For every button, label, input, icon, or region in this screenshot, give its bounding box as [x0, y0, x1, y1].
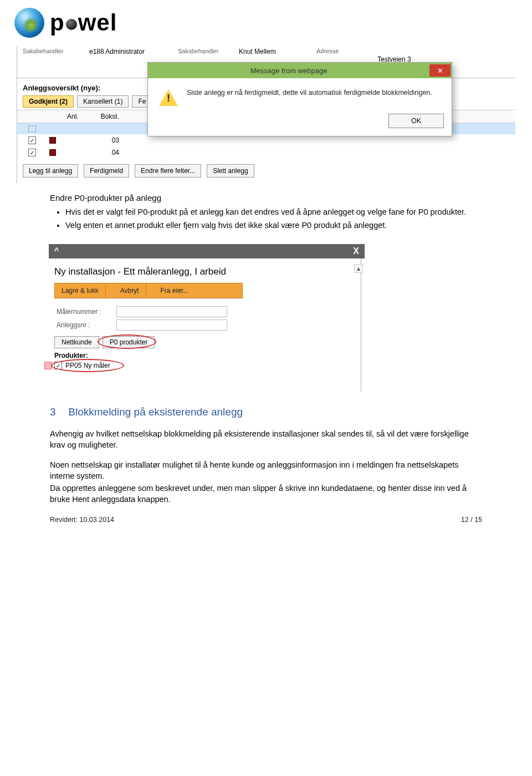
- tab-nettkunde[interactable]: Nettkunde: [54, 336, 99, 348]
- tab-godkjent[interactable]: Godkjent (2): [23, 95, 74, 108]
- tab-p0-produkter[interactable]: P0 produkter: [103, 336, 155, 348]
- paragraph: Da opprettes anleggene som beskrevet und…: [50, 483, 482, 505]
- modal-titlebar: ^ X: [49, 244, 365, 258]
- page-number: 12 / 15: [461, 516, 482, 524]
- cell-anl: 03: [69, 136, 119, 144]
- logo-text: pwel: [50, 9, 117, 36]
- doc-block-1: Endre P0-produkter på anlegg Hvis det er…: [0, 183, 532, 241]
- dialog-titlebar: Message from webpage ✕: [148, 63, 452, 78]
- form: Målernummer : Anleggsnr :: [57, 306, 353, 331]
- info-value: Knut Mellem: [239, 48, 276, 55]
- produkter-label: Produkter:: [54, 352, 355, 359]
- delete-anlegg-button[interactable]: Slett anlegg: [207, 164, 254, 177]
- logo-dot-icon: [66, 19, 77, 30]
- col-anl: Anl.: [67, 113, 79, 120]
- add-anlegg-button[interactable]: Legg til anlegg: [23, 164, 78, 177]
- paragraph: Noen nettselskap gir installatør mulighe…: [50, 459, 482, 481]
- button-bar: Legg til anlegg Ferdigmeld Endre flere f…: [17, 159, 515, 183]
- info-label: Adresse: [316, 48, 366, 54]
- cell-anl: 04: [69, 149, 119, 156]
- left-indicator-icon: [44, 362, 52, 369]
- warning-icon: !: [159, 89, 178, 106]
- caret-icon: ^: [54, 246, 59, 256]
- from-owner-button[interactable]: Fra eier...: [154, 283, 196, 298]
- section-heading: 3 Blokkmelding på eksisterende anlegg: [50, 406, 482, 418]
- info-value: e188 Administrator: [89, 48, 145, 55]
- close-icon[interactable]: ✕: [429, 64, 451, 77]
- status-icon: [49, 149, 56, 156]
- checkbox-icon[interactable]: ✓: [28, 136, 36, 144]
- logo-wel: wel: [78, 9, 117, 35]
- action-bar: Lagre & lukk Avbryt Fra eier...: [54, 283, 243, 298]
- label-anleggsnr: Anleggsnr :: [57, 321, 112, 329]
- label-malernummer: Målernummer :: [57, 308, 112, 316]
- info-label: Saksbehandler: [23, 48, 78, 54]
- bullet-item: Velg enten et annet produkt eller fjern …: [65, 220, 482, 231]
- screenshot-anlegg-overview: Saksbehandler e188 Administrator Saksbeh…: [17, 45, 515, 183]
- dialog-title: Message from webpage: [148, 67, 429, 75]
- bullet-list: Hvis det er valgt feil P0-produkt på et …: [50, 207, 482, 231]
- edit-fields-button[interactable]: Endre flere felter...: [135, 164, 201, 177]
- product-name: PP05 Ny måler: [65, 362, 110, 369]
- close-icon[interactable]: X: [353, 246, 359, 256]
- ok-button[interactable]: OK: [388, 114, 444, 128]
- message-dialog: Message from webpage ✕ ! Siste anlegg er…: [147, 62, 452, 136]
- scroll-up-icon[interactable]: ▴: [354, 264, 363, 273]
- cancel-button[interactable]: Avbryt: [114, 283, 146, 298]
- input-malernummer[interactable]: [116, 306, 227, 317]
- logo-globe-icon: [14, 8, 44, 38]
- col-bokst: Bokst.: [101, 113, 119, 120]
- row-marker-icon: [28, 125, 36, 132]
- section-number: 3: [50, 406, 65, 418]
- tab-p0-label: P0 produkter: [110, 338, 148, 346]
- modal-title: Ny installasjon - Ett måleranlegg, I arb…: [54, 266, 355, 277]
- section-3: 3 Blokkmelding på eksisterende anlegg Av…: [0, 392, 532, 510]
- checkbox-icon[interactable]: ✓: [54, 362, 62, 369]
- logo-p: p: [50, 9, 65, 35]
- screenshot-ny-installasjon: ^ X ▴ Ny installasjon - Ett måleranlegg,…: [49, 244, 365, 392]
- logo: pwel: [0, 0, 532, 42]
- modal-body: ▴ Ny installasjon - Ett måleranlegg, I a…: [49, 258, 361, 392]
- ferdigmeld-button[interactable]: Ferdigmeld: [84, 164, 129, 177]
- tab-kansellert[interactable]: Kansellert (1): [77, 95, 129, 108]
- save-close-button[interactable]: Lagre & lukk: [55, 283, 106, 298]
- heading-endre-p0: Endre P0-produkter på anlegg: [50, 193, 482, 202]
- footer: Revidert: 10.03.2014 12 / 15: [0, 510, 532, 535]
- tabs-row: Nettkunde P0 produkter: [54, 336, 355, 348]
- table-row[interactable]: ✓ 04: [17, 146, 515, 159]
- product-row[interactable]: ✓ PP05 Ny måler: [54, 362, 126, 369]
- input-anleggsnr[interactable]: [116, 319, 227, 331]
- info-label: Saksbehandler: [178, 48, 228, 54]
- bullet-item: Hvis det er valgt feil P0-produkt på et …: [65, 207, 482, 218]
- checkbox-icon[interactable]: ✓: [28, 149, 36, 156]
- dialog-message: Siste anlegg er nå ferdigmeldt, dette vi…: [187, 88, 432, 98]
- status-icon: [49, 137, 56, 144]
- revision-date: Revidert: 10.03.2014: [50, 516, 114, 524]
- paragraph: Avhengig av hvilket nettselskap blokkmel…: [50, 428, 482, 450]
- section-title: Blokkmelding på eksisterende anlegg: [68, 406, 243, 418]
